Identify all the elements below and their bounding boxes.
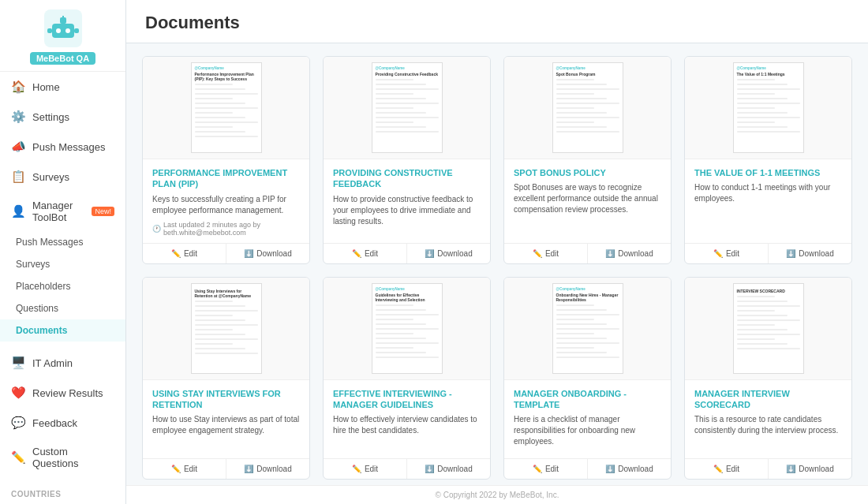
thumb-line: [195, 93, 258, 95]
doc-description: Here is a checklist of manager responsib…: [514, 414, 661, 447]
thumb-line: [556, 309, 607, 311]
doc-thumbnail: @CompanyName Providing Constructive Feed…: [324, 57, 490, 159]
edit-icon: ✏️: [713, 465, 723, 473]
sub-placeholders-label: Placeholders: [16, 281, 70, 292]
edit-label: Edit: [184, 465, 197, 473]
thumb-line: [195, 343, 233, 345]
sidebar-item-custom-questions[interactable]: ✏️ Custom Questions: [0, 438, 125, 477]
download-button-scorecard[interactable]: ⬇️ Download: [769, 459, 851, 479]
edit-button-stay-interviews[interactable]: ✏️ Edit: [143, 459, 226, 479]
thumb-line: [556, 357, 619, 358]
doc-title: PROVIDING CONSTRUCTIVE FEEDBACK: [333, 167, 481, 190]
sidebar-item-settings[interactable]: ⚙️ Settings: [0, 102, 125, 132]
country-global[interactable]: 🌐 Global: [0, 500, 125, 504]
sidebar-item-settings-label: Settings: [32, 111, 69, 123]
download-button-1on1[interactable]: ⬇️ Download: [769, 244, 851, 263]
sidebar-item-custom-questions-label: Custom Questions: [32, 446, 114, 469]
page-title: Documents: [145, 13, 849, 33]
sub-questions-label: Questions: [16, 303, 58, 314]
thumb-line: [556, 98, 607, 99]
download-button-pip[interactable]: ⬇️ Download: [226, 244, 309, 263]
sidebar-sub-push-messages[interactable]: Push Messages: [0, 231, 125, 253]
edit-button-interviewing[interactable]: ✏️ Edit: [324, 459, 407, 479]
sidebar-sub-documents[interactable]: Documents: [0, 319, 125, 342]
sidebar-sub-surveys[interactable]: Surveys: [0, 253, 125, 275]
thumb-line: [195, 334, 245, 335]
sidebar-item-it-admin-label: IT Admin: [32, 357, 73, 369]
doc-thumb-title: Onboarding New Hires - Manager Responsib…: [556, 293, 619, 302]
sidebar-item-home[interactable]: 🏠 Home: [0, 72, 125, 102]
page-header: Documents: [126, 0, 868, 43]
thumb-line: [737, 301, 788, 302]
download-label: Download: [618, 465, 653, 473]
download-button-interviewing[interactable]: ⬇️ Download: [407, 459, 490, 479]
download-button-onboarding[interactable]: ⬇️ Download: [588, 459, 671, 479]
sidebar-item-surveys[interactable]: 📋 Surveys: [0, 162, 125, 192]
doc-thumb-company: @CompanyName: [195, 66, 258, 70]
sidebar-item-push-messages[interactable]: 📣 Push Messages: [0, 132, 125, 162]
edit-button-onboarding[interactable]: ✏️ Edit: [504, 459, 588, 479]
download-button-feedback[interactable]: ⬇️ Download: [407, 244, 490, 263]
thumb-line: [556, 117, 619, 118]
edit-icon: ✏️: [171, 249, 181, 258]
thumb-line: [376, 117, 439, 118]
thumb-line: [376, 328, 439, 330]
home-icon: 🏠: [11, 80, 26, 94]
edit-button-1on1[interactable]: ✏️ Edit: [685, 244, 769, 263]
doc-thumb-company: @CompanyName: [737, 66, 800, 70]
svg-point-3: [65, 28, 70, 33]
edit-button-pip[interactable]: ✏️ Edit: [143, 244, 226, 263]
doc-thumbnail: @CompanyName Onboarding New Hires - Mana…: [504, 278, 671, 380]
download-button-spot-bonus[interactable]: ⬇️ Download: [588, 244, 671, 263]
doc-body: PERFORMANCE IMPROVEMENT PLAN (PIP) Keys …: [143, 159, 309, 243]
thumb-line: [195, 319, 245, 321]
edit-button-spot-bonus[interactable]: ✏️ Edit: [504, 244, 588, 263]
sidebar-item-feedback[interactable]: 💬 Feedback: [0, 408, 125, 438]
download-icon: ⬇️: [605, 249, 615, 258]
thumb-line: [556, 347, 594, 349]
sidebar-item-it-admin[interactable]: 🖥️ IT Admin: [0, 348, 125, 378]
thumb-line: [195, 348, 245, 349]
sidebar-item-review-results[interactable]: ❤️ Review Results: [0, 378, 125, 408]
thumb-line: [376, 103, 439, 104]
doc-card-scorecard: INTERVIEW SCORECARD MANAGER INTERVIEW SC…: [684, 277, 852, 480]
doc-description: This is a resource to rate candidates co…: [694, 414, 842, 436]
sidebar-sub-questions[interactable]: Questions: [0, 297, 125, 319]
thumb-line: [376, 107, 413, 109]
svg-rect-7: [74, 28, 79, 33]
sidebar-item-manager-toolbot-label: Manager ToolBot: [32, 200, 82, 223]
doc-thumb-title: The Value of 1:1 Meetings: [737, 72, 800, 77]
thumb-line: [376, 88, 439, 90]
sidebar-item-manager-toolbot[interactable]: 👤 Manager ToolBot New!: [0, 192, 125, 231]
doc-thumb-title: Spot Bonus Program: [556, 72, 619, 77]
thumb-line: [376, 347, 413, 349]
thumb-line: [737, 319, 800, 321]
doc-body: SPOT BONUS POLICY Spot Bonuses are ways …: [504, 159, 671, 243]
doc-card-pip: @CompanyName Performance Improvement Pla…: [142, 56, 310, 264]
doc-body: EFFECTIVE INTERVIEWING - MANAGER GUIDELI…: [324, 380, 490, 459]
edit-button-feedback[interactable]: ✏️ Edit: [324, 244, 407, 263]
edit-button-scorecard[interactable]: ✏️ Edit: [685, 459, 769, 479]
download-button-stay-interviews[interactable]: ⬇️ Download: [226, 459, 309, 479]
doc-card-onboarding: @CompanyName Onboarding New Hires - Mana…: [503, 277, 672, 480]
sidebar-item-home-label: Home: [32, 81, 60, 93]
mebebot-logo-icon: [44, 9, 82, 47]
doc-title: MANAGER ONBOARDING - TEMPLATE: [514, 388, 661, 411]
thumb-line: [556, 126, 607, 128]
thumb-line: [737, 84, 788, 85]
thumb-line: [737, 324, 775, 326]
download-label: Download: [437, 465, 472, 473]
doc-title: SPOT BONUS POLICY: [514, 167, 661, 178]
logo-badge: MeBeBot QA: [30, 52, 95, 65]
thumb-line: [376, 121, 413, 123]
thumb-line: [376, 93, 413, 95]
feedback-icon: 💬: [11, 416, 26, 430]
thumb-line: [195, 131, 245, 133]
doc-card-1on1: @CompanyName The Value of 1:1 Meetings T…: [684, 56, 852, 264]
sidebar-sub-placeholders[interactable]: Placeholders: [0, 275, 125, 297]
thumb-line: [195, 301, 233, 302]
sub-documents-label: Documents: [16, 325, 67, 336]
thumb-line: [195, 324, 258, 326]
edit-label: Edit: [545, 249, 559, 258]
edit-icon: ✏️: [533, 465, 542, 473]
